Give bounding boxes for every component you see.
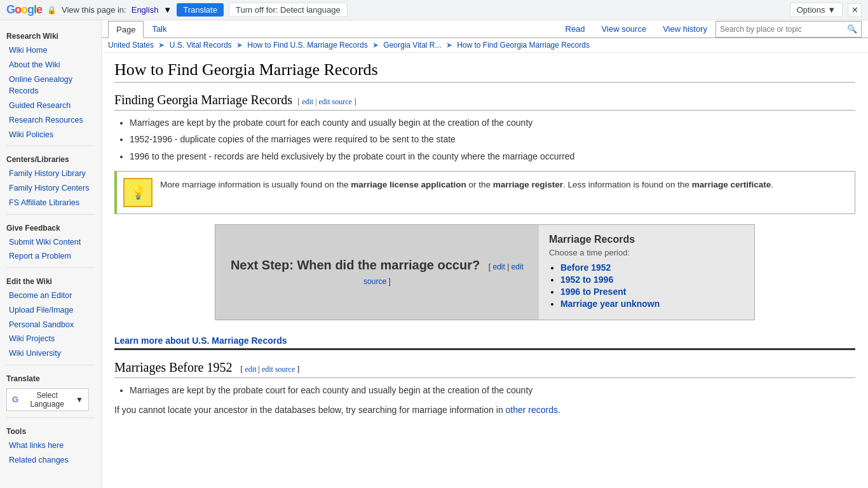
sidebar-item-personal-sandbox[interactable]: Personal Sandbox <box>0 318 101 332</box>
tip-box: 💡 More marriage information is usually f… <box>114 171 855 214</box>
sidebar-item-family-history-centers[interactable]: Family History Centers <box>0 181 101 196</box>
sidebar-item-report-problem[interactable]: Report a Problem <box>0 249 101 264</box>
sidebar-item-online-genealogy[interactable]: Online Genealogy Records <box>0 72 101 99</box>
before1952-edit-link[interactable]: edit <box>245 365 257 374</box>
turnoff-button[interactable]: Turn off for: Detect language <box>229 3 348 17</box>
search-button[interactable]: 🔍 <box>843 24 861 34</box>
sidebar-item-become-editor[interactable]: Become an Editor <box>0 288 101 303</box>
finding-edit-link[interactable]: edit <box>302 97 313 106</box>
close-button[interactable]: ✕ <box>848 3 862 17</box>
nav-link-unknown[interactable]: Marriage year unknown <box>560 299 660 309</box>
view-page-text: View this page in: <box>62 5 126 15</box>
sidebar-item-submit-wiki[interactable]: Submit Wiki Content <box>0 235 101 250</box>
sidebar-item-what-links-here[interactable]: What links here <box>0 438 101 453</box>
search-icon: 🔍 <box>847 24 857 34</box>
before1952-bullets: Marriages are kept by the probate court … <box>130 383 855 397</box>
nav-link-item-4: Marriage year unknown <box>560 299 744 309</box>
sidebar-item-guided-research[interactable]: Guided Research <box>0 98 101 113</box>
page-title: How to Find Georgia Marriage Records <box>114 60 855 83</box>
language-link[interactable]: English <box>132 5 159 15</box>
breadcrumb-arrow-2: ➤ <box>236 41 243 50</box>
sidebar-divider-3 <box>6 268 95 268</box>
tip-bold1: marriage license application <box>351 180 466 189</box>
breadcrumb-arrow-1: ➤ <box>158 41 165 50</box>
tip-bold3: marriage certificate <box>692 180 771 189</box>
select-language-button[interactable]: G Select Language ▼ <box>6 388 89 411</box>
sidebar-item-wiki-university[interactable]: Wiki University <box>0 346 101 361</box>
nav-edit-link[interactable]: edit <box>492 262 505 271</box>
finding-bullet-2: 1952-1996 - duplicate copies of the marr… <box>130 132 855 146</box>
nav-links-list: Before 1952 1952 to 1996 1996 to Present… <box>560 262 744 309</box>
nav-right-title: Marriage Records <box>549 234 744 245</box>
nav-link-1952to1996[interactable]: 1952 to 1996 <box>560 274 613 285</box>
tip-prefix: More marriage information is usually fou… <box>160 180 351 189</box>
sidebar-section-edit: Edit the Wiki <box>0 272 101 288</box>
lock-icon: 🔒 <box>47 6 57 15</box>
learn-more-divider <box>114 348 855 350</box>
tip-end: . Less information is found on the <box>563 180 692 189</box>
sidebar-item-upload-file[interactable]: Upload File/Image <box>0 303 101 318</box>
breadcrumb-arrow-4: ➤ <box>446 41 452 50</box>
footer-note-link[interactable]: other records <box>506 405 558 415</box>
tip-bold2: marriage register <box>493 180 563 189</box>
sidebar-item-wiki-policies[interactable]: Wiki Policies <box>0 128 101 142</box>
tab-read[interactable]: Read <box>557 20 593 37</box>
sidebar-item-wiki-home[interactable]: Wiki Home <box>0 43 101 58</box>
sidebar-section-tools: Tools <box>0 422 101 438</box>
breadcrumb-item-vital[interactable]: U.S. Vital Records <box>170 41 232 50</box>
search-input[interactable] <box>716 25 843 34</box>
translate-button[interactable]: Translate <box>177 3 224 17</box>
sidebar-divider-2 <box>6 214 95 215</box>
sidebar-divider-4 <box>6 365 95 365</box>
sidebar-item-about-wiki[interactable]: About the Wiki <box>0 58 101 72</box>
nav-table-container: Next Step: When did the marriage occur? … <box>215 224 755 320</box>
before1952-bullet-1: Marriages are kept by the probate court … <box>130 383 855 397</box>
finding-section-heading: Finding Georgia Marriage Records [ edit … <box>114 93 855 111</box>
nav-link-1996present[interactable]: 1996 to Present <box>560 287 627 297</box>
finding-edit-source-link[interactable]: edit source <box>319 97 352 106</box>
sidebar-section-feedback: Give Feedback <box>0 219 101 235</box>
tip-mid: or the <box>466 180 493 189</box>
tip-final: . <box>771 180 773 189</box>
breadcrumb-arrow-3: ➤ <box>372 41 379 50</box>
sidebar-section-translate: Translate <box>0 369 101 386</box>
sidebar: Research Wiki Wiki Home About the Wiki O… <box>0 20 102 488</box>
sidebar-item-related-changes[interactable]: Related changes <box>0 453 101 468</box>
sidebar-divider-5 <box>6 417 95 418</box>
nav-link-before1952[interactable]: Before 1952 <box>560 262 611 273</box>
page-wrapper: Research Wiki Wiki Home About the Wiki O… <box>0 20 868 488</box>
learn-more-link[interactable]: Learn more about U.S. Marriage Records <box>114 336 287 346</box>
sidebar-item-fs-affiliate-libraries[interactable]: FS Affiliate Libraries <box>0 196 101 210</box>
finding-bullet-3: 1996 to the present - records are held e… <box>130 149 855 163</box>
finding-bullets: Marriages are kept by the probate court … <box>130 116 855 163</box>
tip-icon: 💡 <box>123 178 153 207</box>
translate-bar: Google 🔒 View this page in: English ▼ Tr… <box>0 0 868 20</box>
before1952-title: Marriages Before 1952 <box>114 360 233 374</box>
before1952-edit-source-link[interactable]: edit source <box>262 365 295 374</box>
nav-link-item-1: Before 1952 <box>560 262 744 273</box>
google-logo: Google <box>6 3 42 17</box>
nav-link-item-3: 1996 to Present <box>560 287 744 297</box>
tab-view-history[interactable]: View history <box>654 20 715 37</box>
sidebar-item-wiki-projects[interactable]: Wiki Projects <box>0 332 101 346</box>
sidebar-section-centers: Centers/Libraries <box>0 150 101 166</box>
footer-note-suffix: . <box>558 405 560 415</box>
sidebar-item-family-history-library[interactable]: Family History Library <box>0 166 101 181</box>
search-box: 🔍 <box>715 21 862 37</box>
sidebar-item-research-resources[interactable]: Research Resources <box>0 113 101 128</box>
nav-left-cell: Next Step: When did the marriage occur? … <box>215 225 539 320</box>
finding-bullet-1: Marriages are kept by the probate court … <box>130 116 855 130</box>
tip-text: More marriage information is usually fou… <box>160 178 773 192</box>
tab-page[interactable]: Page <box>108 21 144 38</box>
breadcrumb-item-us-marriage[interactable]: How to Find U.S. Marriage Records <box>247 41 367 50</box>
tab-view-source[interactable]: View source <box>593 20 655 37</box>
options-button[interactable]: Options ▼ <box>790 3 843 17</box>
content-area: Page Talk Read View source View history … <box>102 20 868 488</box>
breadcrumb-item-georgia-vital[interactable]: Georgia Vital R... <box>383 41 441 50</box>
breadcrumb-item-us[interactable]: United States <box>108 41 154 50</box>
breadcrumb-item-current[interactable]: How to Find Georgia Marriage Records <box>457 41 590 50</box>
breadcrumb: United States ➤ U.S. Vital Records ➤ How… <box>102 38 868 53</box>
footer-note: If you cannot locate your ancestor in th… <box>114 403 855 417</box>
tab-talk[interactable]: Talk <box>144 20 175 37</box>
main-content: How to Find Georgia Marriage Records Fin… <box>102 53 868 430</box>
